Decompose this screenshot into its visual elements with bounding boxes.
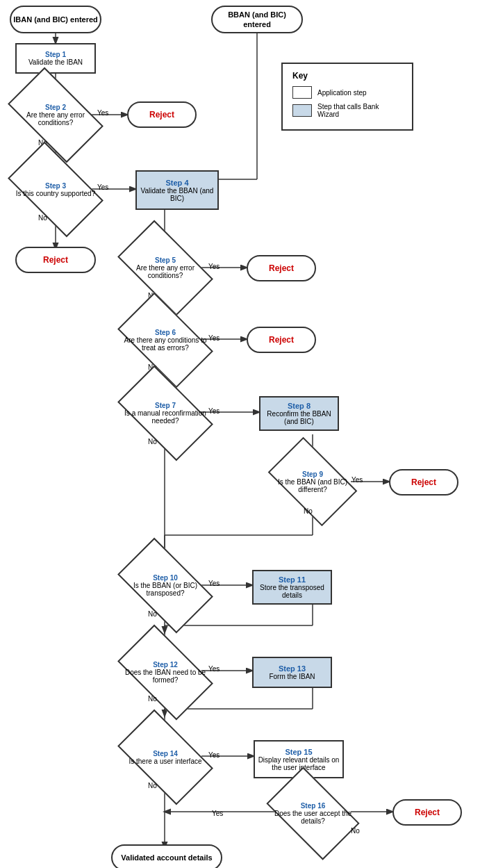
step2-node: Step 2 Are there any error conditions? bbox=[14, 89, 97, 141]
step13-node: Step 13 Form the IBAN bbox=[252, 657, 332, 688]
key-app-step-item: Application step bbox=[292, 86, 402, 99]
key-title: Key bbox=[292, 71, 402, 81]
key-bank-wizard-label: Step that calls Bank Wizard bbox=[317, 103, 402, 118]
step3-yes-label: Yes bbox=[97, 183, 108, 191]
step16-node: Step 16 Does the user accept the details… bbox=[273, 787, 353, 840]
step2-yes-label: Yes bbox=[97, 109, 108, 117]
step6-node: Step 6 Are there any conditions to treat… bbox=[124, 314, 207, 366]
key-app-step-icon bbox=[292, 86, 312, 99]
step3-node: Step 3 Is this country supported? bbox=[14, 163, 97, 215]
flowchart: IBAN (and BIC) entered BBAN (and BIC)ent… bbox=[0, 0, 480, 868]
step14-no-label: No bbox=[148, 782, 157, 789]
key-box: Key Application step Step that calls Ban… bbox=[281, 63, 413, 131]
step7-no-label: No bbox=[148, 438, 157, 445]
step16-yes-label: Yes bbox=[212, 810, 223, 817]
step10-node: Step 10 Is the BBAN (or BIC) transposed? bbox=[124, 559, 207, 612]
step7-node: Step 7 Is a manual reconfirmation needed… bbox=[124, 387, 207, 439]
step16-no-label: No bbox=[351, 827, 360, 835]
bban-entered-node: BBAN (and BIC)entered bbox=[211, 6, 303, 33]
step12-yes-label: Yes bbox=[208, 665, 220, 673]
step9-no-label: No bbox=[304, 507, 313, 515]
step6-yes-label: Yes bbox=[208, 334, 220, 342]
step9-node: Step 9 Is the BBAN (and BIC) different? bbox=[274, 457, 351, 507]
reject6-node: Reject bbox=[392, 799, 462, 826]
iban-entered-node: IBAN (and BIC) entered bbox=[10, 6, 101, 33]
step9-yes-label: Yes bbox=[351, 476, 363, 484]
step7-yes-label: Yes bbox=[208, 407, 220, 415]
step4-node: Step 4 Validate the BBAN (and BIC) bbox=[135, 170, 219, 210]
key-bank-wizard-item: Step that calls Bank Wizard bbox=[292, 103, 402, 118]
step11-node: Step 11 Store the transposed details bbox=[252, 570, 332, 605]
key-bank-wizard-icon bbox=[292, 104, 312, 117]
step12-no-label: No bbox=[148, 695, 157, 703]
reject1-node: Reject bbox=[127, 101, 197, 128]
step3-no-label: No bbox=[38, 214, 47, 222]
step14-yes-label: Yes bbox=[208, 751, 220, 759]
reject4-node: Reject bbox=[247, 327, 316, 353]
step1-node: Step 1 Validate the IBAN bbox=[15, 43, 96, 74]
key-app-step-label: Application step bbox=[317, 89, 367, 97]
step5-yes-label: Yes bbox=[208, 263, 220, 270]
step14-node: Step 14 Is there a user interface bbox=[124, 731, 207, 783]
step8-node: Step 8 Reconfirm the BBAN (and BIC) bbox=[259, 396, 339, 431]
step5-node: Step 5 Are there any error conditions? bbox=[124, 242, 207, 294]
reject3-node: Reject bbox=[247, 255, 316, 281]
step10-yes-label: Yes bbox=[208, 580, 220, 587]
validated-node: Validated account details bbox=[111, 844, 222, 868]
reject2-node: Reject bbox=[15, 247, 96, 273]
step12-node: Step 12 Does the IBAN need to be formed? bbox=[124, 646, 207, 698]
reject5-node: Reject bbox=[389, 469, 458, 496]
step10-no-label: No bbox=[148, 610, 157, 618]
